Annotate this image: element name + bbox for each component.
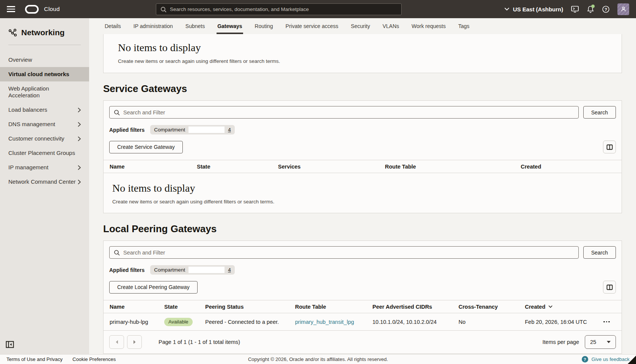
create-service-gateway-button[interactable]: Create Service Gateway bbox=[109, 141, 183, 153]
help-button[interactable]: ? bbox=[602, 5, 610, 13]
global-search[interactable] bbox=[156, 3, 402, 15]
empty-state-title: No items to display bbox=[118, 42, 607, 54]
chevron-right-icon bbox=[78, 108, 81, 112]
cloud-shell-icon bbox=[571, 5, 579, 13]
tab-details[interactable]: Details bbox=[105, 18, 121, 34]
previous-table-empty-state: No items to display Create new items or … bbox=[103, 34, 622, 73]
sidebar-title: Networking bbox=[21, 28, 64, 37]
sg-col-name[interactable]: Name bbox=[110, 164, 197, 170]
sg-filter-count-link[interactable]: 4 bbox=[228, 127, 231, 133]
tab-tags[interactable]: Tags bbox=[458, 18, 470, 34]
feedback-link[interactable]: ? Give us feedback bbox=[582, 356, 630, 362]
sidebar-item-virtual-cloud-networks[interactable]: Virtual cloud networks bbox=[0, 67, 89, 81]
lpg-search-button[interactable]: Search bbox=[583, 246, 616, 259]
top-bar: Cloud US East (Ashburn) bbox=[0, 0, 636, 18]
tab-private-service-access[interactable]: Private service access bbox=[286, 18, 338, 34]
networking-icon bbox=[8, 28, 17, 37]
tab-routing[interactable]: Routing bbox=[255, 18, 273, 34]
oracle-logo-icon[interactable] bbox=[25, 5, 39, 14]
sidebar-divider bbox=[8, 45, 81, 45]
sg-col-route-table[interactable]: Route Table bbox=[385, 164, 521, 170]
sidebar-item-customer-connectivity[interactable]: Customer connectivity bbox=[0, 131, 89, 146]
lpg-col-route-table[interactable]: Route Table bbox=[295, 304, 372, 310]
sidebar-item-overview[interactable]: Overview bbox=[0, 53, 89, 67]
hamburger-menu-icon[interactable] bbox=[7, 6, 15, 12]
select-caret-icon bbox=[607, 341, 611, 343]
sg-search-filter[interactable] bbox=[109, 106, 579, 119]
lpg-compartment-filter-chip[interactable]: Compartment 4 bbox=[150, 265, 234, 275]
tab-work-requests[interactable]: Work requests bbox=[411, 18, 446, 34]
corner-fold-decoration bbox=[628, 356, 636, 364]
sg-col-services[interactable]: Services bbox=[278, 164, 385, 170]
lpg-row-peering-status: Peered - Connected to a peer. bbox=[205, 319, 295, 325]
local-peering-gateways-panel: Search Applied filters Compartment 4 Cre… bbox=[103, 241, 622, 354]
global-search-input[interactable] bbox=[170, 6, 397, 12]
lpg-col-created[interactable]: Created bbox=[525, 304, 602, 310]
previous-page-icon bbox=[115, 340, 118, 344]
cookie-preferences-link[interactable]: Cookie Preferences bbox=[72, 356, 116, 362]
terms-link[interactable]: Terms of Use and Privacy bbox=[6, 356, 63, 362]
service-gateways-heading: Service Gateways bbox=[103, 83, 622, 95]
search-icon bbox=[114, 109, 120, 116]
sidebar-item-network-command-center[interactable]: Network Command Center bbox=[0, 175, 89, 189]
sg-manage-columns-button[interactable] bbox=[603, 141, 616, 153]
lpg-manage-columns-button[interactable] bbox=[603, 281, 616, 294]
sidebar-item-load-balancers[interactable]: Load balancers bbox=[0, 103, 89, 117]
brand-label: Cloud bbox=[44, 6, 60, 12]
feedback-help-icon: ? bbox=[582, 356, 588, 362]
user-icon bbox=[620, 6, 627, 12]
tab-ip-administration[interactable]: IP administration bbox=[133, 18, 173, 34]
tab-vlans[interactable]: VLANs bbox=[383, 18, 399, 34]
items-per-page-select[interactable]: 25 bbox=[585, 335, 616, 349]
cloud-shell-button[interactable] bbox=[571, 5, 579, 13]
lpg-col-peer-cidrs[interactable]: Peer Advertised CIDRs bbox=[372, 304, 459, 310]
route-table-link[interactable]: primary_hub_transit_lpg bbox=[295, 319, 354, 325]
lpg-col-state[interactable]: State bbox=[164, 304, 205, 310]
sidebar-item-web-application-acceleration[interactable]: Web Application Acceleration bbox=[0, 81, 89, 103]
chevron-right-icon bbox=[78, 180, 81, 184]
sg-compartment-filter-chip[interactable]: Compartment 4 bbox=[150, 125, 234, 134]
sg-search-button[interactable]: Search bbox=[583, 106, 616, 119]
next-page-icon bbox=[133, 340, 136, 344]
lpg-row-cross-tenancy: No bbox=[459, 319, 525, 325]
chevron-down-icon bbox=[504, 8, 509, 11]
region-label: US East (Ashburn) bbox=[513, 6, 563, 12]
svg-text:?: ? bbox=[605, 7, 607, 11]
lpg-pagination: Page 1 of 1 (1 - 1 of 1 total items) Ite… bbox=[104, 331, 622, 353]
chevron-right-icon bbox=[78, 122, 81, 127]
sidebar-item-ip-management[interactable]: IP management bbox=[0, 160, 89, 175]
status-badge: Available bbox=[164, 318, 193, 326]
tab-security[interactable]: Security bbox=[351, 18, 370, 34]
footer: Terms of Use and Privacy Cookie Preferen… bbox=[0, 354, 636, 364]
tab-gateways[interactable]: Gateways bbox=[217, 18, 242, 34]
chevron-right-icon bbox=[78, 165, 81, 170]
lpg-search-input[interactable] bbox=[123, 250, 574, 256]
sg-col-created[interactable]: Created bbox=[521, 164, 618, 170]
sg-col-state[interactable]: State bbox=[197, 164, 278, 170]
sg-search-input[interactable] bbox=[123, 109, 574, 116]
columns-icon bbox=[606, 144, 613, 150]
lpg-table-header: Name State Peering Status Route Table Pe… bbox=[104, 300, 622, 313]
copyright-text: Copyright © 2026, Oracle and/or its affi… bbox=[248, 356, 388, 362]
search-icon bbox=[160, 6, 166, 12]
sidebar-item-cluster-placement-groups[interactable]: Cluster Placement Groups bbox=[0, 146, 89, 160]
lpg-compartment-value-redacted bbox=[188, 267, 225, 273]
row-actions-button[interactable] bbox=[602, 320, 618, 324]
sidebar-item-dns-management[interactable]: DNS management bbox=[0, 117, 89, 131]
pagination-label: Page 1 of 1 (1 - 1 of 1 total items) bbox=[159, 339, 240, 345]
previous-page-button[interactable] bbox=[109, 335, 124, 349]
next-page-button[interactable] bbox=[127, 335, 142, 349]
region-selector[interactable]: US East (Ashburn) bbox=[504, 6, 563, 12]
lpg-row-name: primary-hub-lpg bbox=[110, 319, 164, 325]
create-local-peering-gateway-button[interactable]: Create Local Peering Gateway bbox=[109, 281, 198, 294]
collapse-sidebar-button[interactable] bbox=[6, 341, 14, 350]
lpg-col-peering-status[interactable]: Peering Status bbox=[205, 304, 295, 310]
lpg-col-cross-tenancy[interactable]: Cross-Tenancy bbox=[459, 304, 525, 310]
sg-empty-subtitle: Create new items or search again using d… bbox=[112, 199, 613, 205]
tab-subnets[interactable]: Subnets bbox=[185, 18, 205, 34]
lpg-search-filter[interactable] bbox=[109, 246, 579, 259]
lpg-filter-count-link[interactable]: 4 bbox=[228, 267, 231, 273]
user-menu-button[interactable] bbox=[617, 3, 629, 15]
notifications-button[interactable] bbox=[587, 5, 594, 13]
lpg-col-name[interactable]: Name bbox=[110, 304, 164, 310]
